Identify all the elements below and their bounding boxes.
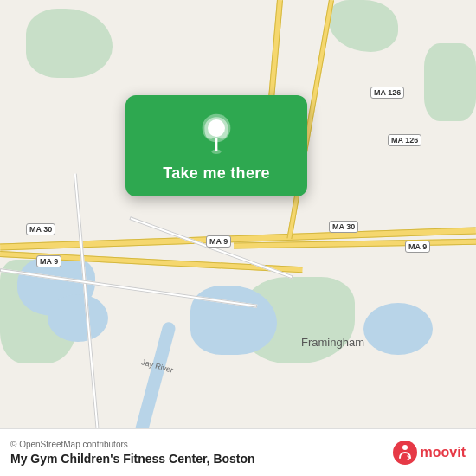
water-area-4: [363, 303, 433, 355]
take-me-there-card[interactable]: Take me there: [125, 95, 307, 196]
location-pin-icon: [195, 111, 238, 154]
city-label-framingham: Framingham: [301, 336, 364, 349]
road-label-ma9-left: MA 9: [36, 255, 61, 267]
water-area-2: [48, 294, 108, 342]
road-label-ma126-top: MA 126: [370, 87, 404, 99]
svg-point-4: [402, 445, 408, 450]
moovit-icon: [393, 441, 417, 465]
location-name: My Gym Children's Fitness Center, Boston: [10, 452, 255, 466]
moovit-text: moovit: [421, 445, 466, 460]
map-container: MA 30 MA 30 MA 9 MA 9 MA 9 MA 126 MA 126…: [0, 0, 476, 476]
take-me-there-button[interactable]: Take me there: [163, 164, 270, 183]
bottom-bar: © OpenStreetMap contributors My Gym Chil…: [0, 428, 476, 476]
road-label-ma9-mid: MA 9: [206, 235, 231, 248]
road-label-ma30-right: MA 30: [329, 221, 358, 233]
park-area-5: [424, 43, 476, 121]
road-label-ma9-right: MA 9: [405, 241, 430, 253]
road-label-ma126-mid: MA 126: [388, 134, 421, 146]
moovit-logo: moovit: [393, 441, 466, 465]
road-label-ma30-left: MA 30: [26, 223, 55, 235]
osm-attribution: © OpenStreetMap contributors: [10, 440, 255, 449]
bottom-bar-info: © OpenStreetMap contributors My Gym Chil…: [10, 440, 255, 466]
